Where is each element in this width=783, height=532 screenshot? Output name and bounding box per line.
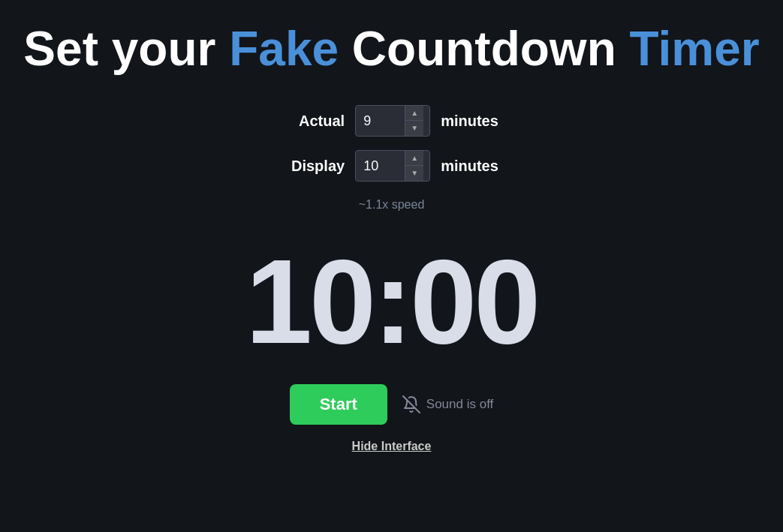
display-spinner-buttons: ▲ ▼ bbox=[405, 151, 423, 181]
bottom-controls: Start Sound is off bbox=[290, 384, 494, 425]
display-down-button[interactable]: ▼ bbox=[405, 166, 423, 181]
start-button[interactable]: Start bbox=[290, 384, 387, 425]
title-part1: Set your bbox=[23, 22, 229, 76]
title-part4: Timer bbox=[630, 22, 760, 76]
display-label: Display bbox=[285, 158, 345, 175]
sound-off-text: Sound is off bbox=[426, 397, 493, 412]
actual-down-button[interactable]: ▼ bbox=[405, 121, 423, 136]
actual-input[interactable] bbox=[356, 107, 405, 135]
timer-display: 10:00 bbox=[245, 242, 538, 362]
controls-section: Actual ▲ ▼ minutes Display ▲ ▼ minutes ~… bbox=[285, 105, 498, 219]
actual-label: Actual bbox=[285, 113, 345, 130]
svg-line-0 bbox=[403, 396, 420, 413]
title-part2: Fake bbox=[229, 22, 339, 76]
display-input[interactable] bbox=[356, 152, 405, 180]
sound-off-container[interactable]: Sound is off bbox=[402, 395, 493, 413]
display-unit-label: minutes bbox=[441, 158, 498, 175]
page-title: Set your Fake Countdown Timer bbox=[23, 23, 759, 75]
actual-input-wrapper: ▲ ▼ bbox=[355, 105, 430, 137]
bell-muted-icon bbox=[402, 395, 420, 413]
hide-interface-button[interactable]: Hide Interface bbox=[352, 440, 432, 453]
display-control-row: Display ▲ ▼ minutes bbox=[285, 150, 498, 182]
actual-up-button[interactable]: ▲ bbox=[405, 106, 423, 121]
actual-unit-label: minutes bbox=[441, 113, 498, 130]
title-part3: Countdown bbox=[339, 22, 629, 76]
actual-spinner-buttons: ▲ ▼ bbox=[405, 106, 423, 136]
speed-indicator: ~1.1x speed bbox=[359, 198, 425, 212]
actual-control-row: Actual ▲ ▼ minutes bbox=[285, 105, 498, 137]
display-up-button[interactable]: ▲ bbox=[405, 151, 423, 166]
display-input-wrapper: ▲ ▼ bbox=[355, 150, 430, 182]
